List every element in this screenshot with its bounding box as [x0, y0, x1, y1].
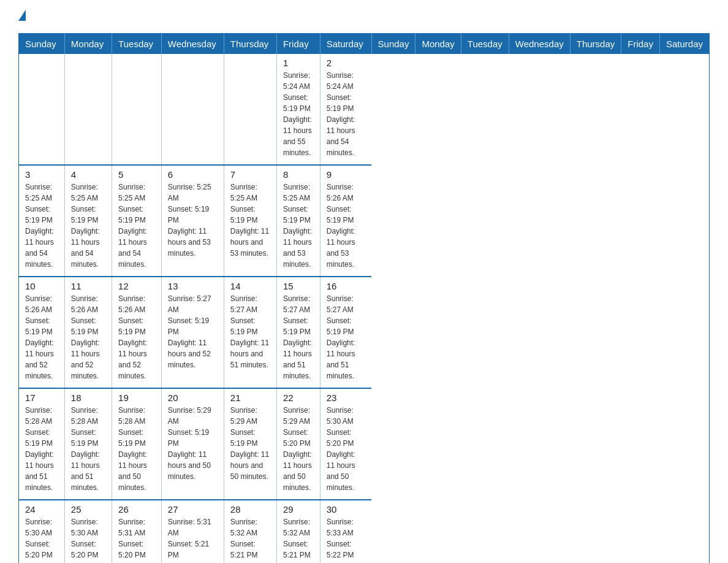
day-number: 26 — [118, 504, 155, 515]
calendar-cell: 28Sunrise: 5:32 AM Sunset: 5:21 PM Dayli… — [224, 500, 276, 563]
logo — [18, 12, 26, 21]
calendar-cell: 8Sunrise: 5:25 AM Sunset: 5:19 PM Daylig… — [276, 165, 320, 277]
weekday-header-saturday: Saturday — [320, 34, 371, 55]
day-number: 10 — [25, 281, 58, 291]
day-number: 6 — [168, 169, 218, 180]
calendar-cell: 15Sunrise: 5:27 AM Sunset: 5:19 PM Dayli… — [276, 277, 320, 388]
day-number: 13 — [168, 281, 218, 291]
weekday-header-monday: Monday — [415, 34, 461, 55]
calendar-cell — [161, 54, 224, 165]
calendar-cell — [112, 54, 162, 165]
day-info: Sunrise: 5:32 AM Sunset: 5:21 PM Dayligh… — [283, 516, 314, 563]
calendar-cell: 5Sunrise: 5:25 AM Sunset: 5:19 PM Daylig… — [112, 165, 162, 277]
calendar-cell: 17Sunrise: 5:28 AM Sunset: 5:19 PM Dayli… — [19, 388, 65, 500]
calendar-cell: 6Sunrise: 5:25 AM Sunset: 5:19 PM Daylig… — [161, 165, 224, 277]
day-info: Sunrise: 5:26 AM Sunset: 5:19 PM Dayligh… — [327, 182, 365, 270]
day-info: Sunrise: 5:25 AM Sunset: 5:19 PM Dayligh… — [25, 182, 58, 270]
weekday-header-saturday: Saturday — [659, 34, 709, 55]
calendar-week-row: 24Sunrise: 5:30 AM Sunset: 5:20 PM Dayli… — [19, 500, 710, 563]
weekday-header-thursday: Thursday — [224, 34, 276, 55]
calendar-cell: 12Sunrise: 5:26 AM Sunset: 5:19 PM Dayli… — [112, 277, 162, 388]
day-info: Sunrise: 5:33 AM Sunset: 5:22 PM Dayligh… — [327, 516, 365, 563]
day-info: Sunrise: 5:25 AM Sunset: 5:19 PM Dayligh… — [71, 182, 105, 270]
day-number: 29 — [283, 504, 314, 515]
calendar-cell — [64, 54, 112, 165]
day-number: 11 — [71, 281, 105, 291]
calendar-week-row: 3Sunrise: 5:25 AM Sunset: 5:19 PM Daylig… — [19, 165, 710, 277]
calendar-cell: 30Sunrise: 5:33 AM Sunset: 5:22 PM Dayli… — [320, 500, 371, 563]
day-info: Sunrise: 5:27 AM Sunset: 5:19 PM Dayligh… — [168, 293, 218, 370]
page-header — [18, 12, 710, 21]
day-info: Sunrise: 5:24 AM Sunset: 5:19 PM Dayligh… — [283, 70, 314, 158]
calendar-cell: 16Sunrise: 5:27 AM Sunset: 5:19 PM Dayli… — [320, 277, 371, 388]
day-number: 15 — [283, 281, 314, 291]
calendar-cell: 3Sunrise: 5:25 AM Sunset: 5:19 PM Daylig… — [19, 165, 65, 277]
calendar-cell: 26Sunrise: 5:31 AM Sunset: 5:20 PM Dayli… — [112, 500, 162, 563]
weekday-header-sunday: Sunday — [371, 34, 415, 55]
weekday-header-friday: Friday — [276, 34, 320, 55]
calendar-cell: 23Sunrise: 5:30 AM Sunset: 5:20 PM Dayli… — [320, 388, 371, 500]
calendar-week-row: 1Sunrise: 5:24 AM Sunset: 5:19 PM Daylig… — [19, 54, 710, 165]
calendar-cell: 18Sunrise: 5:28 AM Sunset: 5:19 PM Dayli… — [64, 388, 112, 500]
calendar-cell: 9Sunrise: 5:26 AM Sunset: 5:19 PM Daylig… — [320, 165, 371, 277]
day-number: 22 — [283, 393, 314, 403]
weekday-header-monday: Monday — [64, 34, 112, 55]
day-number: 19 — [118, 393, 155, 403]
day-number: 14 — [230, 281, 270, 291]
day-info: Sunrise: 5:27 AM Sunset: 5:19 PM Dayligh… — [327, 293, 365, 381]
day-info: Sunrise: 5:24 AM Sunset: 5:19 PM Dayligh… — [327, 70, 365, 158]
calendar-cell: 22Sunrise: 5:29 AM Sunset: 5:20 PM Dayli… — [276, 388, 320, 500]
day-number: 23 — [327, 393, 365, 403]
calendar-cell: 13Sunrise: 5:27 AM Sunset: 5:19 PM Dayli… — [161, 277, 224, 388]
day-info: Sunrise: 5:29 AM Sunset: 5:19 PM Dayligh… — [230, 405, 270, 482]
weekday-header-wednesday: Wednesday — [509, 34, 570, 55]
day-info: Sunrise: 5:29 AM Sunset: 5:20 PM Dayligh… — [283, 405, 314, 493]
weekday-header-sunday: Sunday — [19, 34, 65, 55]
calendar-week-row: 10Sunrise: 5:26 AM Sunset: 5:19 PM Dayli… — [19, 277, 710, 388]
day-number: 12 — [118, 281, 155, 291]
calendar-cell: 1Sunrise: 5:24 AM Sunset: 5:19 PM Daylig… — [276, 54, 320, 165]
calendar-cell — [224, 54, 276, 165]
calendar-cell: 27Sunrise: 5:31 AM Sunset: 5:21 PM Dayli… — [161, 500, 224, 563]
calendar-cell: 20Sunrise: 5:29 AM Sunset: 5:19 PM Dayli… — [161, 388, 224, 500]
day-number: 20 — [168, 393, 218, 403]
day-info: Sunrise: 5:31 AM Sunset: 5:21 PM Dayligh… — [168, 516, 218, 563]
day-info: Sunrise: 5:30 AM Sunset: 5:20 PM Dayligh… — [25, 516, 58, 563]
calendar-cell: 11Sunrise: 5:26 AM Sunset: 5:19 PM Dayli… — [64, 277, 112, 388]
day-number: 24 — [25, 504, 58, 515]
logo-triangle-icon — [18, 10, 26, 21]
day-info: Sunrise: 5:25 AM Sunset: 5:19 PM Dayligh… — [283, 182, 314, 270]
calendar-cell — [19, 54, 65, 165]
day-info: Sunrise: 5:32 AM Sunset: 5:21 PM Dayligh… — [230, 516, 270, 563]
day-number: 21 — [230, 393, 270, 403]
day-info: Sunrise: 5:25 AM Sunset: 5:19 PM Dayligh… — [230, 182, 270, 259]
day-info: Sunrise: 5:26 AM Sunset: 5:19 PM Dayligh… — [71, 293, 105, 381]
day-info: Sunrise: 5:29 AM Sunset: 5:19 PM Dayligh… — [168, 405, 218, 482]
day-number: 8 — [283, 169, 314, 180]
day-number: 16 — [327, 281, 365, 291]
calendar-cell: 24Sunrise: 5:30 AM Sunset: 5:20 PM Dayli… — [19, 500, 65, 563]
day-number: 7 — [230, 169, 270, 180]
weekday-header-tuesday: Tuesday — [112, 34, 162, 55]
day-info: Sunrise: 5:30 AM Sunset: 5:20 PM Dayligh… — [71, 516, 105, 563]
calendar-cell: 29Sunrise: 5:32 AM Sunset: 5:21 PM Dayli… — [276, 500, 320, 563]
calendar-table: SundayMondayTuesdayWednesdayThursdayFrid… — [18, 33, 710, 563]
weekday-header-wednesday: Wednesday — [161, 34, 224, 55]
calendar-cell: 2Sunrise: 5:24 AM Sunset: 5:19 PM Daylig… — [320, 54, 371, 165]
day-info: Sunrise: 5:31 AM Sunset: 5:20 PM Dayligh… — [118, 516, 155, 563]
calendar-cell: 7Sunrise: 5:25 AM Sunset: 5:19 PM Daylig… — [224, 165, 276, 277]
day-number: 5 — [118, 169, 155, 180]
day-number: 28 — [230, 504, 270, 515]
weekday-header-tuesday: Tuesday — [461, 34, 509, 55]
day-number: 3 — [25, 169, 58, 180]
day-info: Sunrise: 5:27 AM Sunset: 5:19 PM Dayligh… — [230, 293, 270, 370]
day-info: Sunrise: 5:27 AM Sunset: 5:19 PM Dayligh… — [283, 293, 314, 381]
calendar-cell: 10Sunrise: 5:26 AM Sunset: 5:19 PM Dayli… — [19, 277, 65, 388]
calendar-cell: 4Sunrise: 5:25 AM Sunset: 5:19 PM Daylig… — [64, 165, 112, 277]
day-number: 27 — [168, 504, 218, 515]
day-info: Sunrise: 5:30 AM Sunset: 5:20 PM Dayligh… — [327, 405, 365, 493]
day-info: Sunrise: 5:26 AM Sunset: 5:19 PM Dayligh… — [25, 293, 58, 381]
weekday-header-friday: Friday — [621, 34, 660, 55]
calendar-cell: 25Sunrise: 5:30 AM Sunset: 5:20 PM Dayli… — [64, 500, 112, 563]
calendar-cell: 19Sunrise: 5:28 AM Sunset: 5:19 PM Dayli… — [112, 388, 162, 500]
